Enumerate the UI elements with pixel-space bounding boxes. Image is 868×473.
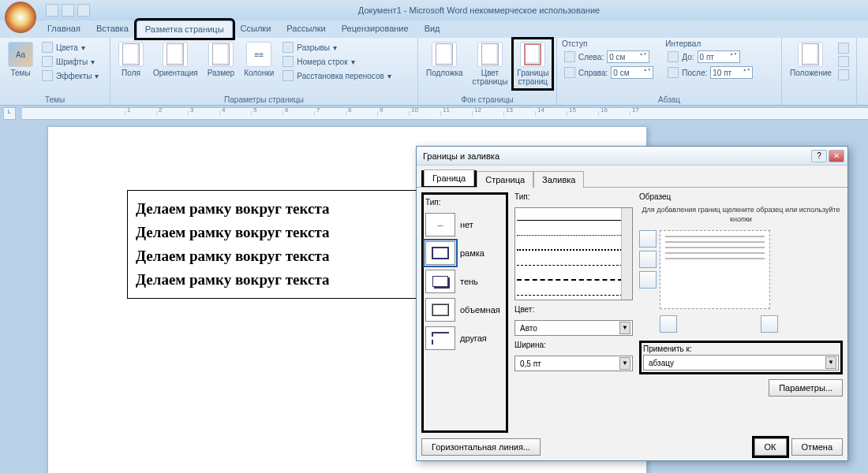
preview-box[interactable] [660,230,770,309]
dialog-tab-fill[interactable]: Заливка [533,171,584,188]
color-combo[interactable]: Авто▼ [514,320,633,336]
office-button[interactable] [5,2,36,33]
type-none[interactable]: —нет [425,213,504,236]
bordered-text-frame: Делаем рамку вокруг текста Делаем рамку … [127,190,419,299]
para-2[interactable]: Делаем рамку вокруг текста [136,224,410,241]
undo-icon[interactable] [62,4,74,17]
colors-button[interactable]: Цвета ▾ [39,41,101,54]
hyphenation-button[interactable]: Расстановка переносов ▾ [280,69,393,82]
page-borders-icon [520,42,545,67]
help-icon[interactable]: ? [811,150,827,162]
ribbon-tabs: Главная Вставка Разметка страницы Ссылки… [0,20,868,38]
spacing-after-input[interactable]: 10 пт▲▼ [710,66,753,79]
width-combo[interactable]: 0,5 пт▼ [514,356,633,371]
border-middle-button[interactable] [639,251,657,268]
style-column: Тип: Цвет: Авто▼ Ширина: 0,5 пт▼ [514,192,633,433]
width-label: Ширина: [514,341,633,349]
orientation-icon [163,42,188,67]
indent-right-icon [564,67,575,78]
ok-button[interactable]: ОК [754,438,787,456]
indent-left-icon [564,51,575,62]
send-back-icon[interactable] [838,56,849,67]
indent-right-row: Справа:0 см▲▼ [562,65,656,80]
hyphenation-icon [282,70,294,81]
preview-hint: Для добавления границ щелкните образец и… [639,206,843,224]
margins-button[interactable]: Поля [115,39,147,80]
type-shadow[interactable]: тень [425,270,504,293]
border-bottom-button[interactable] [639,271,657,289]
para-3[interactable]: Делаем рамку вокруг текста [136,248,410,265]
cancel-button[interactable]: Отмена [791,438,843,456]
group-themes: Aa Темы Цвета ▾ Шрифты ▾ Эффекты ▾ Темы [0,38,110,105]
orientation-button[interactable]: Ориентация [150,39,201,80]
para-1[interactable]: Делаем рамку вокруг текста [136,200,410,218]
options-button[interactable]: Параметры... [769,379,843,397]
ribbon: Aa Темы Цвета ▾ Шрифты ▾ Эффекты ▾ Темы … [0,38,868,106]
position-button[interactable]: Положение [787,39,835,80]
themes-button[interactable]: Aa Темы [5,39,36,80]
fonts-icon [42,56,53,67]
window-title: Документ1 - Microsoft Word некоммерческо… [90,6,868,15]
type-3d[interactable]: объемная [425,298,504,322]
dialog-tab-page[interactable]: Страница [477,171,533,188]
group-page-background: Подложка Цвет страницы Границы страниц Ф… [418,38,557,105]
horizontal-line-button[interactable]: Горизонтальная линия... [421,438,541,456]
ruler-corner: L [3,107,16,120]
tab-home[interactable]: Главная [39,20,88,38]
indent-right-input[interactable]: 0 см▲▼ [611,66,653,79]
border-right-button[interactable] [761,315,778,333]
tab-references[interactable]: Ссылки [233,20,279,38]
watermark-button[interactable]: Подложка [423,39,466,80]
page-color-button[interactable]: Цвет страницы [470,39,511,88]
page-borders-button[interactable]: Границы страниц [514,39,552,88]
titlebar: Документ1 - Microsoft Word некоммерческо… [0,0,868,20]
border-top-button[interactable] [639,230,657,248]
horizontal-ruler[interactable]: 1234567891011121314151617 [22,107,868,120]
chevron-down-icon: ▼ [619,357,630,370]
chevron-down-icon: ▼ [619,322,630,334]
dialog-titlebar[interactable]: Границы и заливка ? ✕ [417,147,847,166]
position-icon [798,42,823,67]
size-icon [208,42,234,67]
tab-review[interactable]: Рецензирование [334,20,417,38]
type-none-icon: — [425,213,455,236]
line-style-list[interactable] [514,207,633,300]
watermark-icon [432,42,457,67]
indent-left-input[interactable]: 0 см▲▼ [607,50,649,63]
dialog-title: Границы и заливка [423,151,499,161]
spacing-label: Интервал [665,39,755,48]
margins-icon [118,42,144,67]
wrap-text-icon[interactable] [838,69,849,80]
fonts-button[interactable]: Шрифты ▾ [39,55,101,68]
dialog-footer: Горизонтальная линия... ОК Отмена [421,438,843,456]
dialog-body: Тип: —нет рамка тень объемная другая Тип… [417,187,847,438]
spacing-before-input[interactable]: 0 пт▲▼ [698,50,740,63]
type-shadow-icon [425,270,455,293]
line-numbers-button[interactable]: Номера строк ▾ [280,55,393,68]
type-box[interactable]: рамка [425,241,504,265]
para-4[interactable]: Делаем рамку вокруг текста [136,271,410,289]
tab-page-layout[interactable]: Разметка страницы [137,20,233,38]
effects-button[interactable]: Эффекты ▾ [39,69,101,82]
breaks-icon [282,42,294,53]
spacing-before-icon [668,51,679,62]
tab-view[interactable]: Вид [417,20,448,38]
border-left-button[interactable] [660,315,677,333]
style-scrollbar[interactable] [621,208,632,300]
apply-to-combo[interactable]: абзацу▼ [643,355,839,371]
bring-front-icon[interactable] [838,43,849,54]
group-arrange: Положение [782,38,857,105]
save-icon[interactable] [46,4,58,17]
dialog-tab-border[interactable]: Граница [424,169,474,186]
redo-icon[interactable] [77,4,90,17]
type-custom[interactable]: другая [425,326,504,350]
quick-access-toolbar [46,4,90,17]
size-button[interactable]: Размер [204,39,238,80]
breaks-button[interactable]: Разрывы ▾ [280,41,393,54]
indent-label: Отступ [562,39,656,48]
tab-insert[interactable]: Вставка [88,20,137,38]
close-icon[interactable]: ✕ [829,150,844,162]
tab-mailings[interactable]: Рассылки [279,20,333,38]
color-label: Цвет: [514,305,633,314]
columns-button[interactable]: ≡≡Колонки [241,39,277,80]
